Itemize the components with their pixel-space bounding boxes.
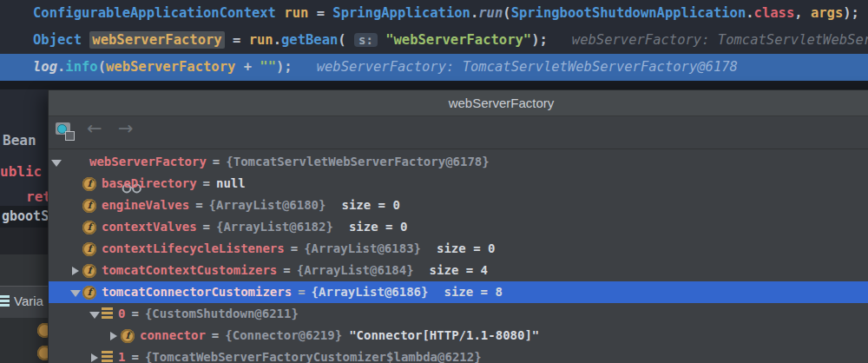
tree-row-connector[interactable]: f connector={Connector@6219}"Connector[H… (49, 325, 868, 346)
code-token: ( (503, 5, 510, 21)
code-token: Object (33, 32, 89, 48)
variable-name: engineValves (102, 195, 189, 216)
tree-row-contextLifecycleListeners[interactable]: f contextLifecycleListeners={ArrayList@6… (49, 238, 868, 260)
inline-debugger-hint: webServerFactory: TomcatServletWebServer… (293, 59, 738, 75)
variable-value: {ArrayList@6180} (209, 195, 326, 216)
variable-name: contextValves (102, 216, 197, 238)
variable-name: webServerFactory (89, 151, 207, 173)
tree-row-element-1[interactable]: 1={TomcatWebServerFactoryCustomizer$lamb… (49, 346, 868, 363)
equals-sign: = (131, 303, 138, 325)
collapse-arrow-icon[interactable] (51, 158, 60, 167)
field-icon: f (82, 242, 96, 256)
code-token: SpringApplication (332, 5, 470, 21)
debugger-toolbar (0, 254, 48, 286)
variable-value: {TomcatWebServerFactoryCustomizer$lambda… (145, 346, 482, 363)
variable-value: {TomcatServletWebServerFactory@6178} (226, 151, 489, 173)
code-token: run (284, 5, 308, 21)
code-token: class (754, 5, 795, 21)
collapse-arrow-icon[interactable] (70, 288, 79, 297)
code-token: info (65, 59, 97, 75)
equals-sign: = (291, 238, 298, 260)
tree-row-contextValves[interactable]: f contextValves={ArrayList@6182}size = 0 (49, 216, 868, 238)
code-token: ( (98, 59, 106, 75)
code-token (378, 32, 385, 48)
watch-glasses-icon (63, 157, 84, 168)
tree-row-baseDirectory[interactable]: f baseDirectory=null (49, 173, 868, 195)
tree-row-element-0[interactable]: 0={CustomShutdown@6211} (49, 303, 868, 325)
array-element-icon (102, 307, 113, 320)
code-token: = (308, 5, 332, 21)
background-code-fragment: ublic (0, 163, 42, 180)
variable-value: null (216, 173, 246, 195)
editor-gap (0, 81, 868, 89)
code-token: , (794, 5, 811, 21)
variable-name: tomcatContextCustomizers (102, 260, 277, 281)
variable-value: {ArrayList@6183} (304, 238, 421, 260)
variables-tree: webServerFactory={TomcatServletWebServer… (49, 149, 868, 363)
equals-sign: = (283, 260, 290, 281)
field-icon: f (82, 199, 96, 213)
panel-gap (0, 228, 48, 254)
editor-tab[interactable]: gbootSh (0, 206, 48, 228)
expand-arrow-icon[interactable] (70, 267, 79, 275)
collection-size: size = 0 (349, 216, 407, 238)
variable-name: contextLifecycleListeners (102, 238, 285, 260)
equals-sign: = (195, 195, 202, 216)
equals-sign: = (212, 325, 219, 346)
code-token: "webServerFactory" (385, 32, 531, 48)
code-line-3-execution-line[interactable]: log.info(webServerFactory + ""); webServ… (0, 54, 868, 81)
tab-variables[interactable]: Varia (0, 286, 48, 318)
code-token: . (273, 32, 281, 48)
code-token: ); (276, 59, 293, 75)
equals-sign: = (131, 346, 138, 363)
code-token: ConfigurableApplicationContext (33, 5, 284, 21)
element-index: 1 (118, 346, 125, 363)
tree-row-engineValves[interactable]: f engineValves={ArrayList@6180}size = 0 (49, 195, 868, 216)
code-token: "" (260, 59, 276, 75)
tree-row-tomcatConnectorCustomizers-selected[interactable]: f tomcatConnectorCustomizers={ArrayList@… (49, 281, 868, 303)
code-token: . (470, 5, 478, 21)
code-token: log (33, 59, 57, 75)
variable-name: connector (140, 325, 206, 346)
expand-arrow-icon[interactable] (89, 353, 98, 362)
code-token: . (746, 5, 753, 21)
parameter-hint: s: (354, 33, 378, 47)
view-options-icon[interactable] (56, 122, 76, 142)
code-line-1[interactable]: ConfigurableApplicationContext run = Spr… (0, 0, 868, 27)
code-token: SpringbootShutdownApplication (511, 5, 746, 21)
variable-value: {ArrayList@6186} (312, 281, 429, 303)
field-icon: f (82, 221, 96, 234)
no-arrow (70, 245, 79, 254)
code-token: webServerFactory (106, 59, 235, 75)
variable-value: {Connector@6219} (225, 325, 342, 346)
code-line-2[interactable]: Object webServerFactory = run.getBean( s… (0, 27, 868, 54)
equals-sign: = (298, 281, 305, 303)
back-arrow-icon[interactable]: ← (87, 118, 102, 139)
evaluated-expression: webServerFactory (89, 31, 224, 49)
expand-arrow-icon[interactable] (108, 332, 117, 340)
variable-name: baseDirectory (102, 173, 197, 195)
variable-value: {ArrayList@6182} (216, 216, 333, 238)
code-token: args (811, 5, 843, 21)
tree-row-tomcatContextCustomizers[interactable]: f tomcatContextCustomizers={ArrayList@61… (49, 260, 868, 281)
variables-tab-label: Varia (14, 294, 43, 308)
code-token: run (478, 5, 503, 21)
variable-inspect-popup: webServerFactory ← → webServerFactory={T… (48, 89, 868, 363)
variables-list-icon (0, 295, 10, 307)
collapse-arrow-icon[interactable] (89, 310, 98, 319)
code-token: ); (531, 32, 548, 48)
inline-debugger-hint: webServerFactory: TomcatServletWebServer (548, 32, 868, 48)
no-arrow (70, 180, 79, 188)
popup-title-bar[interactable]: webServerFactory (49, 90, 868, 116)
no-arrow (70, 223, 79, 232)
field-icon: f (82, 286, 96, 300)
collection-size: size = 8 (444, 281, 502, 303)
tree-row-webServerFactory[interactable]: webServerFactory={TomcatServletWebServer… (49, 151, 868, 173)
variable-value: {ArrayList@6184} (297, 260, 414, 281)
field-icon: f (82, 177, 96, 191)
collection-size: size = 0 (341, 195, 399, 216)
forward-arrow-icon[interactable]: → (118, 118, 134, 139)
equals-sign: = (203, 173, 210, 195)
field-icon: f (121, 329, 135, 343)
element-index: 0 (118, 303, 125, 325)
